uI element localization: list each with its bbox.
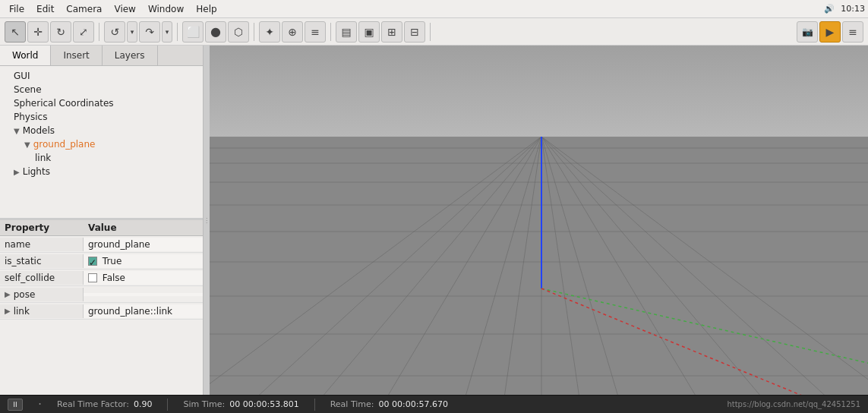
menubar: File Edit Camera View Window Help 🔊 10:1…: [0, 0, 868, 18]
is-static-checkbox[interactable]: ✓: [88, 257, 97, 266]
tree-label-scene: Scene: [14, 84, 42, 95]
pose-expand-arrow[interactable]: ▶: [5, 290, 11, 298]
prop-name-value[interactable]: ground_plane: [84, 238, 203, 251]
watermark-text: https://blog.csdn.net/qq_42451251: [727, 400, 860, 408]
directional-light-button[interactable]: ≡: [305, 21, 326, 43]
real-time-value: 00 00:00:57.670: [379, 399, 448, 409]
tree-item-ground-plane[interactable]: ▼ ground_plane: [0, 137, 203, 151]
statusbar: ⏸ · Real Time Factor: 0.90 Sim Time: 00 …: [0, 395, 868, 413]
tree-label-gui: GUI: [14, 71, 30, 81]
status-divider-1: [167, 399, 168, 411]
prop-link-value: ground_plane::link: [84, 304, 203, 318]
menu-item-view[interactable]: View: [108, 2, 141, 16]
svg-line-20: [541, 137, 631, 395]
svg-line-15: [361, 137, 541, 395]
clock: 10:13: [841, 4, 865, 14]
link-expand-arrow[interactable]: ▶: [5, 307, 11, 315]
tree-item-physics[interactable]: Physics: [0, 110, 203, 124]
tool-a-button[interactable]: ▤: [336, 21, 357, 43]
menu-item-window[interactable]: Window: [142, 2, 190, 16]
viewport[interactable]: [210, 46, 868, 395]
svg-line-19: [453, 137, 541, 395]
status-divider-2: [314, 399, 315, 411]
prop-row-self-collide: self_collide False: [0, 270, 203, 286]
svg-line-11: [210, 137, 541, 395]
cylinder-button[interactable]: ⬡: [228, 21, 249, 43]
tree-item-scene[interactable]: Scene: [0, 83, 203, 96]
tree-panel: GUI Scene Spherical Coordinates Physics …: [0, 66, 203, 218]
point-light-button[interactable]: ⊕: [282, 21, 303, 43]
separator-5: [430, 23, 431, 41]
translate-tool-button[interactable]: ✛: [27, 21, 49, 43]
tool-c-button[interactable]: ⊞: [381, 21, 402, 43]
svg-line-24: [541, 288, 868, 364]
log-button[interactable]: ≡: [842, 21, 863, 43]
separator-1: [99, 23, 99, 41]
sim-time-label: Sim Time:: [183, 399, 225, 409]
redo-dropdown-button[interactable]: ▾: [162, 21, 172, 43]
tree-item-models[interactable]: ▼ Models: [0, 124, 203, 137]
prop-self-collide-value[interactable]: False: [84, 271, 203, 285]
svg-line-21: [498, 137, 541, 395]
ground-plane-arrow: ▼: [24, 140, 30, 149]
tree-label-lights: Lights: [23, 166, 50, 177]
tree-label-physics: Physics: [14, 112, 47, 122]
redo-button[interactable]: ↷: [139, 21, 160, 43]
prop-row-is-static: is_static ✓ True: [0, 253, 203, 270]
box-button[interactable]: ⬜: [182, 21, 204, 43]
tree-item-link[interactable]: link: [0, 151, 203, 165]
app: ↖ ✛ ↻ ⤢ ↺ ▾ ↷ ▾ ⬜ ● ⬡ ✦ ⊕ ≡ ▤ ▣ ⊞ ⊟ 📷 ▶ …: [0, 18, 868, 413]
menu-item-edit[interactable]: Edit: [30, 2, 60, 16]
sky: [210, 46, 868, 137]
svg-line-16: [541, 137, 722, 395]
tab-layers[interactable]: Layers: [103, 46, 158, 65]
prop-self-collide-label: self_collide: [0, 271, 84, 285]
undo-button[interactable]: ↺: [104, 21, 125, 43]
toolbar: ↖ ✛ ↻ ⤢ ↺ ▾ ↷ ▾ ⬜ ● ⬡ ✦ ⊕ ≡ ▤ ▣ ⊞ ⊟ 📷 ▶ …: [0, 18, 868, 46]
undo-dropdown-button[interactable]: ▾: [127, 21, 137, 43]
tree-item-gui[interactable]: GUI: [0, 69, 203, 83]
tree-item-lights[interactable]: ▶ Lights: [0, 165, 203, 178]
tab-world[interactable]: World: [0, 46, 51, 65]
models-arrow: ▼: [14, 127, 20, 135]
record-button[interactable]: ▶: [819, 21, 841, 43]
sim-time-item: Sim Time: 00 00:00:53.801: [183, 399, 298, 409]
menu-item-help[interactable]: Help: [190, 2, 223, 16]
sphere-button[interactable]: ●: [205, 21, 226, 43]
prop-link-label[interactable]: ▶ link: [0, 304, 84, 318]
prop-row-link: ▶ link ground_plane::link: [0, 303, 203, 320]
sun-light-button[interactable]: ✦: [259, 21, 280, 43]
menu-item-camera[interactable]: Camera: [60, 2, 108, 16]
properties-header: Property Value: [0, 220, 203, 236]
tree-item-spherical-coordinates[interactable]: Spherical Coordinates: [0, 96, 203, 110]
menu-item-file[interactable]: File: [3, 2, 30, 16]
tree-label-spherical: Spherical Coordinates: [14, 98, 114, 109]
prop-row-name: name ground_plane: [0, 236, 203, 253]
self-collide-text: False: [103, 273, 125, 283]
viewport-canvas: [210, 46, 868, 395]
prop-is-static-label: is_static: [0, 254, 84, 268]
system-tray: 🔊: [824, 4, 835, 14]
prop-pose-value: [84, 293, 203, 296]
tab-insert[interactable]: Insert: [51, 46, 102, 65]
lights-arrow: ▶: [14, 168, 20, 176]
pause-button[interactable]: ⏸: [8, 399, 23, 411]
real-time-factor-item: Real Time Factor: 0.90: [57, 399, 152, 409]
select-tool-button[interactable]: ↖: [5, 21, 26, 43]
rotate-tool-button[interactable]: ↻: [50, 21, 71, 43]
tab-bar: World Insert Layers: [0, 46, 203, 66]
self-collide-checkbox[interactable]: [88, 273, 97, 282]
screenshot-button[interactable]: 📷: [797, 21, 818, 43]
panel-resize-handle[interactable]: ⋮: [204, 46, 210, 395]
real-time-factor-value: 0.90: [134, 399, 153, 409]
content: World Insert Layers GUI Scene Spherical …: [0, 46, 868, 395]
tool-d-button[interactable]: ⊟: [404, 21, 425, 43]
tool-b-button[interactable]: ▣: [358, 21, 380, 43]
separator-2: [177, 23, 178, 41]
svg-line-18: [541, 137, 798, 395]
is-static-text: True: [103, 256, 122, 266]
prop-pose-label[interactable]: ▶ pose: [0, 288, 84, 301]
prop-is-static-value[interactable]: ✓ True: [84, 254, 203, 268]
scale-tool-button[interactable]: ⤢: [73, 21, 94, 43]
svg-line-17: [286, 137, 541, 395]
